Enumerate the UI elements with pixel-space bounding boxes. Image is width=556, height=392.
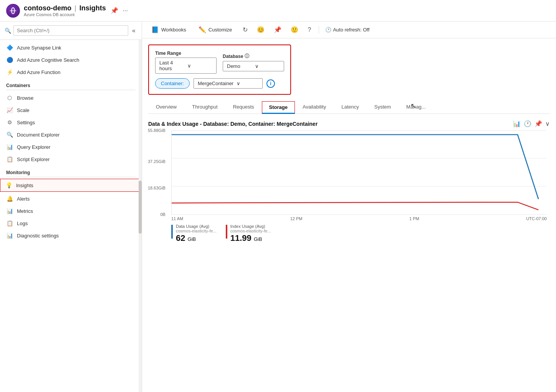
alerts-icon: 🔔 <box>6 195 13 202</box>
sidebar-item-synapse-link[interactable]: 🔷 Azure Synapse Link <box>0 41 142 54</box>
feedback-icon[interactable]: 😊 <box>255 25 266 35</box>
chart-section: Data & Index Usage - Database: Demo, Con… <box>148 120 550 243</box>
tab-manage[interactable]: Manag... <box>399 101 434 114</box>
tab-storage[interactable]: Storage <box>262 101 295 114</box>
auto-refresh-status[interactable]: 🕐 Auto refresh: Off <box>325 27 369 33</box>
index-usage-unit: GiB <box>254 236 262 242</box>
container-filter-row: Container: MergeContainer ∨ i <box>155 78 284 89</box>
monitoring-divider <box>6 177 136 177</box>
sidebar-item-scale[interactable]: 📈 Scale <box>0 104 142 116</box>
sidebar-scrollbar-thumb[interactable] <box>139 181 142 234</box>
tab-throughput[interactable]: Throughput <box>184 101 225 114</box>
diagnostic-settings-icon: 📊 <box>6 232 13 239</box>
time-range-select[interactable]: Last 4 hours ∨ <box>155 58 217 74</box>
y-label-bottom: 0B <box>148 212 165 217</box>
sidebar-item-diagnostic-settings[interactable]: 📊 Diagnostic settings <box>0 229 142 242</box>
sidebar-item-insights[interactable]: 💡 Insights <box>0 179 142 192</box>
chart-bar-icon[interactable]: 📊 <box>513 120 521 127</box>
sidebar-item-script-explorer[interactable]: 📋 Script Explorer <box>0 153 142 165</box>
separator: | <box>74 4 76 12</box>
tab-requests[interactable]: Requests <box>225 101 262 114</box>
data-usage-sub: cosmos-elasticity-fe... <box>176 229 217 233</box>
sidebar-search-area: 🔍 « <box>0 21 142 40</box>
sidebar-label-metrics: Metrics <box>17 208 33 214</box>
chart-title: Data & Index Usage - Database: Demo, Con… <box>148 121 318 127</box>
workbooks-icon: 📘 <box>151 26 159 33</box>
sidebar-label-document-explorer: Document Explorer <box>17 132 60 138</box>
emoji-icon[interactable]: 🙂 <box>289 25 300 35</box>
chart-header-actions: 📊 🕐 📌 ∨ <box>513 120 550 127</box>
sidebar-label-alerts: Alerts <box>17 196 30 202</box>
chart-pin-icon[interactable]: 📌 <box>534 120 542 127</box>
sidebar-item-browse[interactable]: ⬡ Browse <box>0 92 142 104</box>
containers-section-label: Containers <box>0 78 142 90</box>
gridline-bottom <box>172 214 547 215</box>
more-options-icon[interactable]: ··· <box>123 7 128 14</box>
header-main-title: contoso-demo | Insights <box>24 4 106 12</box>
filter-box: Time Range Last 4 hours ∨ Database ⓘ Dem… <box>148 44 291 95</box>
sidebar-item-settings[interactable]: ⚙ Settings <box>0 116 142 128</box>
tab-latency[interactable]: Latency <box>334 101 367 114</box>
settings-icon: ⚙ <box>6 119 13 126</box>
legend-index-usage: Index Usage (Avg) cosmos-elasticity-fe..… <box>226 224 271 243</box>
sidebar-item-add-cognitive-search[interactable]: 🔵 Add Azure Cognitive Search <box>0 54 142 66</box>
search-icon: 🔍 <box>5 28 11 34</box>
content-scroll: Time Range Last 4 hours ∨ Database ⓘ Dem… <box>142 38 556 392</box>
sidebar-label-browse: Browse <box>17 95 33 101</box>
database-select[interactable]: Demo ∨ <box>223 61 284 71</box>
container-pill-label: Container: <box>155 78 190 89</box>
toolbar: 📘 Workbooks ✏️ Customize ↻ 😊 📌 🙂 ? 🕐 Aut… <box>142 21 556 38</box>
sidebar-item-logs[interactable]: 📋 Logs <box>0 217 142 229</box>
chart-wrapper: 55.88GiB 37.25GiB 18.63GiB 0B <box>148 130 550 221</box>
sidebar-label-script-explorer: Script Explorer <box>17 156 50 162</box>
sidebar-item-document-explorer[interactable]: 🔍 Document Explorer <box>0 128 142 141</box>
browse-icon: ⬡ <box>6 94 13 101</box>
synapse-link-icon: 🔷 <box>6 44 13 51</box>
tab-overview[interactable]: Overview <box>148 101 184 114</box>
azure-function-icon: ⚡ <box>6 69 13 76</box>
sidebar-label-synapse-link: Azure Synapse Link <box>17 45 61 51</box>
sidebar-item-query-explorer[interactable]: 📊 Query Explorer <box>0 141 142 153</box>
time-range-value: Last 4 hours <box>159 60 184 71</box>
container-info-icon[interactable]: i <box>266 79 275 88</box>
refresh-icon[interactable]: ↻ <box>241 25 249 35</box>
help-icon[interactable]: ? <box>306 25 313 35</box>
customize-button[interactable]: ✏️ Customize <box>195 25 235 35</box>
chart-expand-icon[interactable]: ∨ <box>545 120 550 127</box>
insights-icon: 💡 <box>5 182 12 189</box>
tab-availability[interactable]: Availability <box>295 101 334 114</box>
y-label-mid1: 37.25GiB <box>148 159 165 164</box>
metrics-icon: 📊 <box>6 208 13 214</box>
sidebar-item-alerts[interactable]: 🔔 Alerts <box>0 193 142 205</box>
search-input[interactable] <box>13 25 128 36</box>
x-label-utc: UTC-07:00 <box>526 216 547 221</box>
sidebar-label-query-explorer: Query Explorer <box>17 144 50 150</box>
legend-data-usage: Data Usage (Avg) cosmos-elasticity-fe...… <box>171 224 217 243</box>
monitoring-section-label: Monitoring <box>0 165 142 177</box>
tab-system[interactable]: System <box>367 101 399 114</box>
index-usage-label: Index Usage (Avg) <box>230 224 271 229</box>
tabs-row: Overview Throughput Requests Storage Ava… <box>148 101 550 114</box>
container-value: MergeContainer <box>198 81 233 86</box>
page-title: Insights <box>79 4 106 12</box>
sidebar-label-settings: Settings <box>17 120 35 125</box>
sidebar-label-azure-function: Add Azure Function <box>17 69 60 75</box>
time-range-label: Time Range <box>155 51 217 56</box>
chart-history-icon[interactable]: 🕐 <box>524 120 531 127</box>
share-icon[interactable]: 📌 <box>272 25 283 35</box>
header-subtitle: Azure Cosmos DB account <box>24 12 106 17</box>
container-select[interactable]: MergeContainer ∨ <box>194 78 263 89</box>
sidebar-scroll-inner: 🔷 Azure Synapse Link 🔵 Add Azure Cogniti… <box>0 40 142 243</box>
database-filter: Database ⓘ Demo ∨ <box>223 53 284 71</box>
pin-icon[interactable]: 📌 <box>111 7 118 14</box>
query-explorer-icon: 📊 <box>6 143 13 150</box>
database-info-icon[interactable]: ⓘ <box>245 53 249 59</box>
workbooks-button[interactable]: 📘 Workbooks <box>148 25 189 35</box>
chart-header: Data & Index Usage - Database: Demo, Con… <box>148 120 550 127</box>
sidebar-item-metrics[interactable]: 📊 Metrics <box>0 205 142 217</box>
collapse-sidebar-button[interactable]: « <box>131 27 137 34</box>
y-label-mid2: 18.63GiB <box>148 186 165 190</box>
app-icon <box>6 4 20 18</box>
y-axis: 55.88GiB 37.25GiB 18.63GiB 0B <box>148 130 165 214</box>
sidebar-item-add-azure-function[interactable]: ⚡ Add Azure Function <box>0 66 142 78</box>
